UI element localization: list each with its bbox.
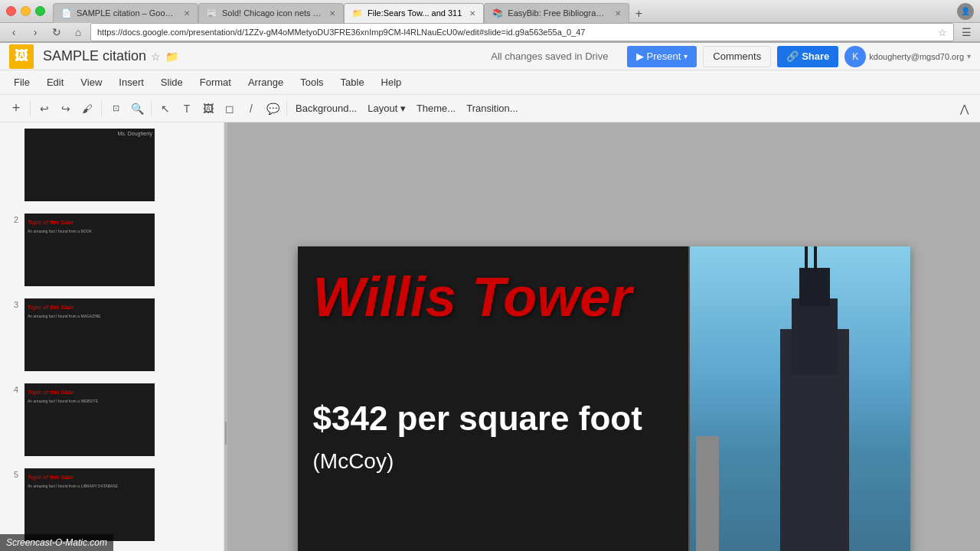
app-header: 🖼 SAMPLE citation ☆ 📁 All changes saved … (0, 43, 980, 70)
slide-thumb-3[interactable]: 3 Topic of this Slide An amazing fact I … (0, 292, 224, 377)
undo-button[interactable]: ↩ (34, 99, 54, 119)
menu-slide[interactable]: Slide (153, 73, 191, 91)
slide-preview-3[interactable]: Topic of this Slide An amazing fact I fo… (23, 297, 217, 373)
forward-button[interactable]: › (26, 23, 44, 41)
text-button[interactable]: T (177, 99, 197, 119)
main-content-area: Ms. Dougherty 2 Topic of this Slide An a… (0, 122, 980, 551)
share-button[interactable]: 🔗 Share (777, 46, 838, 67)
tab-file-sears[interactable]: 📁 File:Sears Tow... and 311 ✕ (344, 3, 484, 23)
theme-dropdown[interactable]: Theme... (412, 99, 460, 119)
willis-tower-silhouette (742, 291, 895, 552)
menu-table[interactable]: Table (333, 73, 372, 91)
menu-slide-label: Slide (161, 77, 183, 88)
tab-favicon-4: 📚 (492, 8, 503, 18)
slide-preview-2[interactable]: Topic of this Slide An amazing fact I fo… (23, 212, 217, 288)
folder-icon[interactable]: 📁 (165, 51, 178, 63)
browser-user-icon: 👤 (957, 3, 974, 20)
slide-1-label: Ms. Dougherty (117, 131, 152, 136)
layout-dropdown[interactable]: Layout ▾ (363, 99, 410, 119)
tab-easybib[interactable]: 📚 EasyBib: Free Bibliograph... ✕ (484, 3, 629, 23)
menu-arrange[interactable]: Arrange (240, 73, 291, 91)
slide-price[interactable]: $342 per square foot (313, 399, 642, 438)
menu-format[interactable]: Format (192, 73, 239, 91)
menu-button[interactable]: ☰ (957, 23, 975, 41)
slide-thumb-2[interactable]: 2 Topic of this Slide An amazing fact I … (0, 207, 224, 292)
separator-4 (286, 101, 287, 116)
tab-label-4: EasyBib: Free Bibliograph... (508, 8, 607, 18)
star-icon[interactable]: ☆ (151, 51, 161, 63)
tab-close-3[interactable]: ✕ (469, 9, 475, 18)
slide-preview-5[interactable]: Topic of this Slide An amazing fact I fo… (23, 467, 217, 543)
address-text: https://docs.google.com/presentation/d/1… (97, 28, 938, 37)
menu-insert[interactable]: Insert (111, 73, 152, 91)
slide-main-title[interactable]: Willis Tower (313, 269, 742, 324)
tower-antenna-right (814, 246, 817, 272)
cursor-button[interactable]: ↖ (155, 99, 175, 119)
menu-format-label: Format (200, 77, 231, 88)
address-bar-row: ‹ › ↻ ⌂ https://docs.google.com/presenta… (0, 23, 980, 42)
bookmark-star-icon[interactable]: ☆ (938, 27, 947, 38)
redo-button[interactable]: ↪ (56, 99, 76, 119)
tower-top-body (799, 268, 830, 306)
slide-citation[interactable]: (McCoy) (313, 449, 394, 474)
transition-dropdown[interactable]: Transition... (462, 99, 522, 119)
menu-tools-label: Tools (300, 77, 323, 88)
slide-editing-area: Willis Tower $342 per square foot (McCoy… (227, 122, 980, 551)
comment-button[interactable]: 💬 (263, 99, 283, 119)
window-controls (6, 6, 45, 16)
present-dropdown-icon[interactable]: ▾ (684, 52, 688, 60)
account-dropdown-icon[interactable]: ▾ (967, 52, 971, 60)
tab-close-2[interactable]: ✕ (329, 9, 335, 18)
browser-tabs: 📄 SAMPLE citation – Google ... ✕ 📰 Sold!… (53, 0, 957, 23)
google-slides-app: 🖼 SAMPLE citation ☆ 📁 All changes saved … (0, 43, 980, 551)
slide-preview-4[interactable]: Topic of this Slide An amazing fact I fo… (23, 382, 217, 458)
collapse-toolbar-button[interactable]: ⋀ (954, 99, 974, 119)
tab-close-4[interactable]: ✕ (615, 9, 621, 18)
slide-thumb-4[interactable]: 4 Topic of this Slide An amazing fact I … (0, 377, 224, 462)
menu-edit[interactable]: Edit (39, 73, 71, 91)
maximize-window-button[interactable] (35, 6, 45, 16)
slides-logo-icon: 🖼 (15, 48, 28, 64)
slide-thumb-1[interactable]: Ms. Dougherty (0, 122, 224, 207)
present-button[interactable]: ▶ Present ▾ (627, 46, 697, 67)
menu-tools[interactable]: Tools (292, 73, 331, 91)
zoom-button[interactable]: 🔍 (127, 99, 147, 119)
shape-button[interactable]: ◻ (220, 99, 240, 119)
home-button[interactable]: ⌂ (69, 23, 87, 41)
reload-button[interactable]: ↻ (47, 23, 66, 41)
user-email: kdougherty@mgsd70.org (869, 52, 964, 61)
user-account[interactable]: K kdougherty@mgsd70.org ▾ (844, 46, 971, 67)
menu-help[interactable]: Help (374, 73, 410, 91)
zoom-fit-button[interactable]: ⊡ (106, 99, 126, 119)
tower-antenna-left (805, 246, 808, 272)
tab-label-1: SAMPLE citation – Google ... (77, 8, 176, 18)
paint-format-button[interactable]: 🖌 (77, 99, 97, 119)
minimize-window-button[interactable] (21, 6, 31, 16)
document-title[interactable]: SAMPLE citation (43, 48, 146, 64)
background-dropdown[interactable]: Background... (291, 99, 361, 119)
separator-2 (101, 101, 102, 116)
comments-button[interactable]: Comments (703, 46, 771, 67)
title-actions: ☆ 📁 (151, 51, 178, 63)
tab-sample-citation[interactable]: 📄 SAMPLE citation – Google ... ✕ (53, 3, 198, 23)
slide-canvas[interactable]: Willis Tower $342 per square foot (McCoy… (227, 122, 980, 551)
tab-favicon-3: 📁 (352, 8, 363, 18)
tab-close-1[interactable]: ✕ (184, 9, 190, 18)
address-bar[interactable]: https://docs.google.com/presentation/d/1… (90, 23, 954, 41)
new-tab-button[interactable]: + (629, 5, 648, 23)
menu-file[interactable]: File (6, 73, 38, 91)
formatting-toolbar: + ↩ ↪ 🖌 ⊡ 🔍 ↖ T 🖼 ◻ / 💬 Background... La… (0, 95, 980, 122)
background-label: Background... (296, 103, 357, 114)
menu-file-label: File (14, 77, 30, 88)
layout-label: Layout ▾ (368, 103, 406, 114)
close-window-button[interactable] (6, 6, 16, 16)
slide-preview-1[interactable]: Ms. Dougherty (23, 127, 217, 203)
separator-1 (30, 101, 31, 116)
menu-view[interactable]: View (73, 73, 109, 91)
line-button[interactable]: / (241, 99, 261, 119)
tab-sold-chicago[interactable]: 📰 Sold! Chicago icon nets $... ✕ (198, 3, 344, 23)
back-button[interactable]: ‹ (5, 23, 23, 41)
add-button[interactable]: + (6, 99, 26, 119)
image-button[interactable]: 🖼 (198, 99, 218, 119)
comments-label: Comments (713, 51, 761, 62)
